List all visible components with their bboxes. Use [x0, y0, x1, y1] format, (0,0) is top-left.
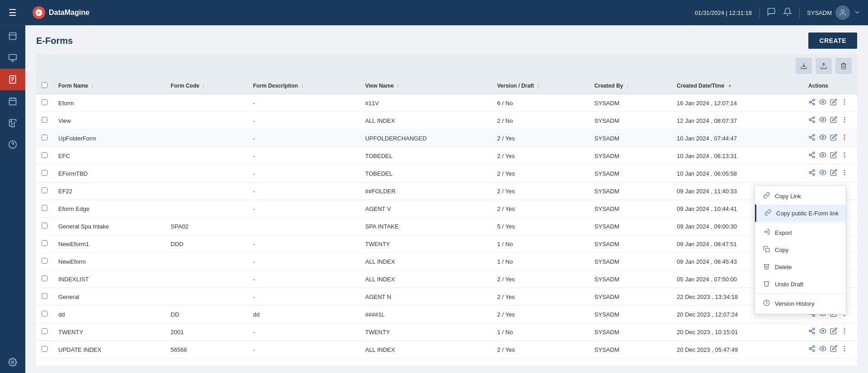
messages-icon[interactable]	[767, 7, 776, 19]
header-created-by[interactable]: Created By ↕	[589, 78, 671, 94]
more-action-icon[interactable]	[841, 116, 848, 125]
header-version-draft[interactable]: Version / Draft ↕	[492, 78, 589, 94]
edit-action-icon[interactable]	[830, 169, 837, 178]
more-action-icon[interactable]	[841, 327, 848, 336]
sidebar-item-settings[interactable]	[0, 351, 25, 373]
row-version-draft: 2 / Yes	[492, 200, 589, 218]
svg-point-142	[822, 330, 824, 332]
more-action-icon[interactable]	[841, 134, 848, 143]
row-checkbox[interactable]	[42, 170, 47, 176]
share-action-icon[interactable]	[808, 98, 816, 107]
row-checkbox[interactable]	[42, 240, 47, 246]
upload-button[interactable]	[816, 58, 832, 74]
header-form-code[interactable]: Form Code ↕	[165, 78, 248, 94]
row-version-draft: 1 / No	[492, 235, 589, 253]
user-menu-icon[interactable]	[854, 9, 861, 17]
share-action-icon[interactable]	[808, 134, 816, 143]
menu-item-export[interactable]: Export	[755, 224, 846, 241]
more-action-icon[interactable]	[841, 169, 848, 178]
svg-point-45	[844, 137, 844, 137]
view-action-icon[interactable]	[819, 116, 826, 125]
row-form-code	[165, 130, 248, 147]
menu-item-version-history[interactable]: Version History	[755, 295, 846, 312]
row-form-name: TWENTY	[53, 323, 165, 341]
row-checkbox[interactable]	[42, 346, 47, 352]
row-view-name: TOBEDEL	[360, 147, 492, 165]
row-checkbox[interactable]	[42, 187, 47, 193]
row-checkbox[interactable]	[42, 275, 47, 281]
view-action-icon[interactable]	[819, 151, 826, 160]
row-checkbox[interactable]	[42, 152, 47, 158]
share-action-icon[interactable]	[808, 327, 816, 336]
sidebar-item-history[interactable]	[0, 90, 25, 112]
view-action-icon[interactable]	[819, 169, 826, 178]
row-checkbox[interactable]	[42, 311, 47, 317]
hamburger-icon[interactable]: ☰	[9, 7, 17, 18]
view-action-icon[interactable]	[819, 134, 826, 143]
row-checkbox[interactable]	[42, 205, 47, 211]
svg-point-29	[813, 117, 815, 118]
sidebar-item-chart[interactable]	[0, 47, 25, 69]
row-form-name: dd	[53, 306, 165, 323]
sidebar-item-document[interactable]	[0, 25, 25, 47]
edit-action-icon[interactable]	[830, 134, 837, 143]
sidebar-item-eforms[interactable]	[0, 69, 25, 90]
header-view-name[interactable]: View Name ↕	[360, 78, 492, 94]
row-form-code	[165, 94, 248, 112]
row-checkbox[interactable]	[42, 258, 47, 264]
svg-point-56	[813, 169, 815, 171]
svg-point-152	[844, 346, 844, 347]
header-form-description[interactable]: Form Description ↕	[248, 78, 360, 94]
create-button[interactable]: CREATE	[808, 33, 857, 49]
edit-action-icon[interactable]	[830, 116, 837, 125]
share-action-icon[interactable]	[808, 151, 816, 160]
share-action-icon[interactable]	[808, 116, 816, 125]
sidebar-item-puzzle[interactable]	[0, 112, 25, 134]
view-action-icon[interactable]	[819, 98, 826, 107]
svg-point-147	[809, 348, 811, 350]
share-action-icon[interactable]	[808, 345, 816, 354]
edit-action-icon[interactable]	[830, 345, 837, 354]
row-created-by: SYSADM	[589, 147, 671, 165]
version-history-label: Version History	[775, 300, 814, 307]
more-action-icon[interactable]	[841, 345, 848, 354]
row-checkbox[interactable]	[42, 328, 47, 334]
edit-action-icon[interactable]	[830, 327, 837, 336]
row-created-by: SYSADM	[589, 323, 671, 341]
svg-point-26	[844, 100, 844, 100]
menu-item-delete[interactable]: Delete	[755, 258, 846, 275]
row-checkbox[interactable]	[42, 223, 47, 228]
menu-item-copy[interactable]: Copy	[755, 241, 846, 258]
edit-action-icon[interactable]	[830, 151, 837, 160]
row-form-name: INDEXLIST	[53, 270, 165, 288]
svg-point-148	[813, 350, 815, 352]
row-checkbox[interactable]	[42, 135, 47, 140]
delete-all-button[interactable]	[835, 58, 852, 74]
row-created-by: SYSADM	[589, 218, 671, 235]
menu-item-copy-public-eform-link[interactable]: Copy public E-Form link	[755, 205, 846, 222]
row-created-by: SYSADM	[589, 200, 671, 218]
edit-action-icon[interactable]	[830, 98, 837, 107]
svg-line-150	[811, 347, 813, 348]
svg-point-49	[813, 156, 815, 158]
row-checkbox[interactable]	[42, 293, 47, 299]
row-version-draft: 2 / No	[492, 112, 589, 130]
menu-item-undo-draft[interactable]: Undo Draft	[755, 275, 846, 293]
more-action-icon[interactable]	[841, 98, 848, 107]
notifications-icon[interactable]	[783, 7, 792, 19]
share-action-icon[interactable]	[808, 169, 816, 178]
more-action-icon[interactable]	[841, 151, 848, 160]
menu-item-copy-link[interactable]: Copy Link	[755, 187, 846, 205]
row-checkbox[interactable]	[42, 117, 47, 123]
header-form-name[interactable]: Form Name ↕	[53, 78, 165, 94]
header-created-datetime[interactable]: Created Date/Time ▼	[671, 78, 803, 94]
view-action-icon[interactable]	[819, 327, 826, 336]
row-checkbox[interactable]	[42, 99, 47, 105]
svg-point-20	[813, 99, 815, 101]
view-action-icon[interactable]	[819, 345, 826, 354]
download-button[interactable]	[796, 58, 812, 74]
sidebar-item-help[interactable]	[0, 134, 25, 155]
user-info[interactable]: SYSADM	[807, 5, 861, 20]
svg-point-58	[813, 174, 815, 176]
select-all-checkbox[interactable]	[42, 82, 47, 88]
